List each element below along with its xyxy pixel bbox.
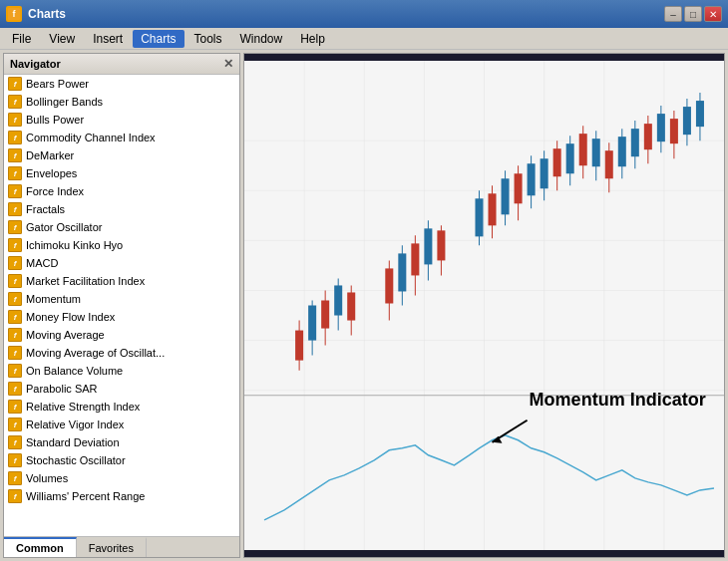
- list-item[interactable]: f Bulls Power: [4, 111, 239, 129]
- list-item-label: Momentum: [26, 293, 81, 305]
- list-item[interactable]: f Parabolic SAR: [4, 380, 239, 398]
- svg-rect-57: [605, 150, 613, 178]
- svg-rect-53: [579, 134, 587, 165]
- indicator-icon: f: [8, 238, 22, 252]
- minimize-button[interactable]: –: [664, 6, 682, 22]
- list-item-label: Bulls Power: [26, 114, 84, 126]
- indicator-icon: f: [8, 256, 22, 270]
- svg-rect-17: [295, 331, 303, 361]
- list-item-label: Parabolic SAR: [26, 383, 98, 395]
- list-item[interactable]: f Force Index: [4, 182, 239, 200]
- menu-view[interactable]: View: [41, 30, 83, 48]
- svg-rect-37: [475, 198, 483, 236]
- menu-file[interactable]: File: [4, 30, 39, 48]
- indicator-icon: f: [8, 435, 22, 449]
- indicator-icon: f: [8, 113, 22, 127]
- svg-rect-71: [696, 101, 704, 127]
- list-item[interactable]: f DeMarker: [4, 146, 239, 164]
- list-item-label: Envelopes: [26, 167, 77, 179]
- svg-rect-51: [566, 143, 574, 173]
- title-bar-text: Charts: [28, 7, 66, 21]
- svg-rect-55: [592, 139, 600, 166]
- list-item[interactable]: f Bears Power: [4, 75, 239, 93]
- indicator-icon: f: [8, 202, 22, 216]
- list-item[interactable]: f Ichimoku Kinko Hyo: [4, 236, 239, 254]
- list-item-label: Moving Average: [26, 329, 105, 341]
- list-item[interactable]: f On Balance Volume: [4, 362, 239, 380]
- svg-rect-49: [553, 148, 561, 176]
- navigator-list[interactable]: f Bears Power f Bollinger Bands f Bulls …: [4, 75, 239, 536]
- title-bar: f Charts – □ ✕: [0, 0, 728, 28]
- svg-rect-21: [321, 300, 329, 328]
- list-item[interactable]: f Stochastic Oscillator: [4, 451, 239, 469]
- svg-rect-43: [515, 173, 523, 203]
- indicator-icon: f: [8, 382, 22, 396]
- list-item-label: Bears Power: [26, 78, 89, 90]
- indicator-icon: f: [8, 328, 22, 342]
- list-item[interactable]: f MACD: [4, 254, 239, 272]
- list-item[interactable]: f Williams' Percent Range: [4, 487, 239, 505]
- indicator-icon: f: [8, 220, 22, 234]
- main-container: Navigator ✕ f Bears Power f Bollinger Ba…: [0, 50, 728, 561]
- list-item[interactable]: f Fractals: [4, 200, 239, 218]
- indicator-icon: f: [8, 418, 22, 431]
- list-item-label: Standard Deviation: [26, 436, 120, 448]
- menu-tools[interactable]: Tools: [186, 30, 230, 48]
- indicator-icon: f: [8, 131, 22, 144]
- list-item-label: Relative Strength Index: [26, 401, 140, 413]
- list-item[interactable]: f Momentum: [4, 290, 239, 308]
- svg-rect-67: [670, 119, 678, 143]
- menu-bar: File View Insert Charts Tools Window Hel…: [0, 28, 728, 50]
- list-item[interactable]: f Money Flow Index: [4, 308, 239, 326]
- list-item[interactable]: f Gator Oscillator: [4, 218, 239, 236]
- navigator-close-button[interactable]: ✕: [223, 57, 233, 71]
- list-item-label: Relative Vigor Index: [26, 419, 124, 430]
- list-item[interactable]: f Relative Strength Index: [4, 398, 239, 416]
- list-item-label: On Balance Volume: [26, 365, 123, 377]
- list-item-label: Volumes: [26, 472, 68, 484]
- close-button[interactable]: ✕: [704, 6, 722, 22]
- list-item-label: Market Facilitation Index: [26, 275, 145, 287]
- indicator-icon: f: [8, 77, 22, 91]
- tab-favorites[interactable]: Favorites: [77, 537, 147, 557]
- indicator-icon: f: [8, 310, 22, 324]
- svg-rect-61: [631, 129, 639, 156]
- maximize-button[interactable]: □: [684, 6, 702, 22]
- list-item[interactable]: f Moving Average of Oscillat...: [4, 344, 239, 362]
- list-item[interactable]: f Standard Deviation: [4, 433, 239, 451]
- svg-rect-29: [398, 253, 406, 291]
- list-item-label: Fractals: [26, 203, 65, 215]
- list-item[interactable]: f Market Facilitation Index: [4, 272, 239, 290]
- navigator-header: Navigator ✕: [4, 54, 239, 75]
- menu-help[interactable]: Help: [292, 30, 333, 48]
- svg-rect-33: [424, 228, 432, 264]
- list-item[interactable]: f Commodity Channel Index: [4, 129, 239, 146]
- indicator-icon: f: [8, 95, 22, 109]
- indicator-icon: f: [8, 148, 22, 162]
- indicator-icon: f: [8, 292, 22, 306]
- svg-rect-45: [528, 163, 536, 195]
- chart-area: Momentum Indicator: [243, 53, 725, 558]
- list-item-label: Commodity Channel Index: [26, 132, 156, 143]
- list-item[interactable]: f Volumes: [4, 469, 239, 487]
- svg-rect-39: [489, 193, 497, 225]
- indicator-icon: f: [8, 274, 22, 288]
- list-item-label: Gator Oscillator: [26, 221, 102, 233]
- svg-rect-41: [502, 178, 510, 214]
- list-item[interactable]: f Moving Average: [4, 326, 239, 344]
- svg-rect-59: [618, 137, 626, 166]
- list-item[interactable]: f Envelopes: [4, 164, 239, 182]
- tab-common[interactable]: Common: [4, 537, 77, 557]
- list-item[interactable]: f Bollinger Bands: [4, 93, 239, 111]
- menu-charts[interactable]: Charts: [133, 30, 183, 48]
- svg-rect-65: [657, 114, 665, 141]
- list-item[interactable]: f Relative Vigor Index: [4, 416, 239, 433]
- indicator-icon: f: [8, 400, 22, 414]
- list-item-label: DeMarker: [26, 149, 74, 161]
- menu-insert[interactable]: Insert: [85, 30, 131, 48]
- svg-rect-35: [437, 230, 445, 260]
- menu-window[interactable]: Window: [232, 30, 291, 48]
- indicator-icon: f: [8, 471, 22, 485]
- list-item-label: MACD: [26, 257, 58, 269]
- indicator-icon: f: [8, 346, 22, 360]
